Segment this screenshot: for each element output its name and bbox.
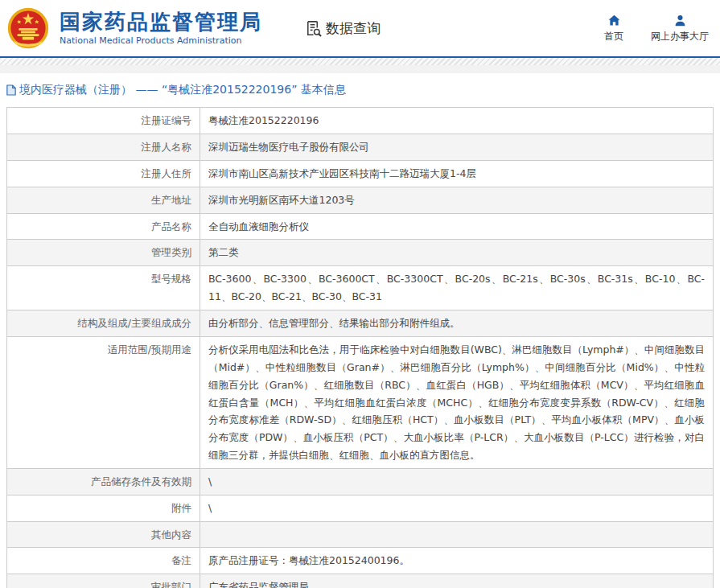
row-label-text: 生产地址 — [151, 194, 191, 206]
row-label: 产品储存条件及有效期 — [7, 469, 200, 495]
row-label: 结构及组成/主要组成成分 — [7, 310, 200, 336]
table-row: 其他内容 — [7, 522, 713, 548]
row-label: 备注 — [7, 548, 200, 574]
nav-service-hall[interactable]: 网上办事大厅 — [651, 14, 709, 43]
row-label-text: 注册人名称 — [142, 141, 192, 153]
row-label-text: 产品储存条件及有效期 — [91, 475, 191, 487]
row-label: 注册人名称 — [7, 134, 200, 160]
row-label: 附件 — [7, 495, 200, 521]
table-row: 注册人名称深圳迈瑞生物医疗电子股份有限公司 — [7, 134, 713, 161]
table-row: 生产地址深圳市光明新区南环大道1203号 — [7, 187, 713, 214]
nav-data-query[interactable]: 数据查询 — [304, 19, 381, 38]
row-label-text: 附件 — [171, 502, 191, 514]
row-label: 适用范围/预期用途 — [7, 337, 200, 468]
row-label-text: 注册人住所 — [142, 167, 192, 179]
row-value: 原产品注册证号：粤械注准20152400196。 — [200, 548, 713, 574]
hatched-strip — [0, 58, 720, 65]
row-label: 管理类别 — [7, 240, 200, 265]
row-label: 型号规格 — [7, 266, 200, 310]
row-label-text: 适用范围/预期用途 — [108, 343, 191, 356]
document-search-icon — [304, 19, 323, 38]
header: 国家药品监督管理局 National Medical Products Admi… — [0, 0, 720, 56]
org-subtitle: National Medical Products Administration — [60, 35, 262, 46]
row-label: 生产地址 — [7, 187, 200, 213]
row-value: 广东省药品监督管理局 — [200, 574, 713, 588]
breadcrumb: 境内医疗器械（注册） —— “粤械注准20152220196” 基本信息 — [0, 73, 720, 105]
table-row: 型号规格BC-3600、BC-3300、BC-3600CT、BC-3300CT、… — [7, 266, 713, 310]
table-row: 注册人住所深圳市南山区高新技术产业园区科技南十二路迈瑞大厦1-4层 — [7, 161, 713, 187]
row-value: \ — [200, 469, 713, 495]
row-label-text: 产品名称 — [151, 220, 191, 232]
row-value: \ — [200, 495, 713, 521]
info-table: 注册证编号粤械注准20152220196注册人名称深圳迈瑞生物医疗电子股份有限公… — [6, 107, 714, 588]
nav-service-hall-label: 网上办事大厅 — [651, 30, 709, 43]
row-label: 产品名称 — [7, 214, 200, 240]
row-value: 全自动血液细胞分析仪 — [200, 214, 713, 240]
row-value: 深圳迈瑞生物医疗电子股份有限公司 — [200, 134, 713, 160]
nav-home[interactable]: 首页 — [604, 14, 623, 43]
row-label: 其他内容 — [7, 522, 200, 547]
row-label: 注册人住所 — [7, 161, 200, 187]
row-label-text: 审批部门 — [151, 581, 191, 588]
nav-data-query-label: 数据查询 — [326, 19, 381, 38]
row-label-text: 结构及组成/主要组成成分 — [77, 317, 191, 329]
header-right-nav: 首页 网上办事大厅 — [604, 14, 709, 43]
gray-band — [0, 65, 720, 73]
table-row: 适用范围/预期用途分析仪采用电阻法和比色法，用于临床检验中对白细胞数目(WBC)… — [7, 337, 713, 469]
row-label-text: 管理类别 — [151, 246, 191, 258]
row-label-text: 注册证编号 — [142, 114, 192, 126]
row-value: 粤械注准20152220196 — [200, 108, 713, 134]
row-value: 分析仪采用电阻法和比色法，用于临床检验中对白细胞数目(WBC)、淋巴细胞数目（L… — [200, 337, 713, 468]
table-row: 管理类别第二类 — [7, 240, 713, 266]
table-row: 备注原产品注册证号：粤械注准20152400196。 — [7, 548, 713, 574]
table-row: 注册证编号粤械注准20152220196 — [7, 108, 713, 134]
org-title-block: 国家药品监督管理局 National Medical Products Admi… — [60, 10, 262, 46]
page-icon — [6, 84, 16, 96]
breadcrumb-text: 境内医疗器械（注册） —— “粤械注准20152220196” 基本信息 — [19, 83, 346, 97]
table-row: 结构及组成/主要组成成分由分析部分、信息管理部分、结果输出部分和附件组成。 — [7, 310, 713, 337]
row-label-text: 型号规格 — [151, 273, 191, 285]
row-value — [200, 522, 713, 547]
row-value: 由分析部分、信息管理部分、结果输出部分和附件组成。 — [200, 310, 713, 336]
table-row: 产品储存条件及有效期\ — [7, 469, 713, 495]
row-label: 注册证编号 — [7, 108, 200, 134]
table-row: 附件\ — [7, 495, 713, 522]
row-value: 深圳市南山区高新技术产业园区科技南十二路迈瑞大厦1-4层 — [200, 161, 713, 187]
nav-home-label: 首页 — [604, 30, 623, 43]
org-title: 国家药品监督管理局 — [60, 10, 262, 34]
user-icon — [673, 14, 687, 27]
table-row: 审批部门广东省药品监督管理局 — [7, 574, 713, 588]
row-label: 审批部门 — [7, 574, 200, 588]
row-value: 第二类 — [200, 240, 713, 265]
national-emblem-icon — [6, 6, 50, 50]
row-label-text: 其他内容 — [151, 528, 191, 541]
table-row: 产品名称全自动血液细胞分析仪 — [7, 214, 713, 241]
home-icon — [607, 14, 621, 27]
row-label-text: 备注 — [171, 554, 191, 566]
row-value: 深圳市光明新区南环大道1203号 — [200, 187, 713, 213]
row-value: BC-3600、BC-3300、BC-3600CT、BC-3300CT、BC-2… — [200, 266, 713, 310]
